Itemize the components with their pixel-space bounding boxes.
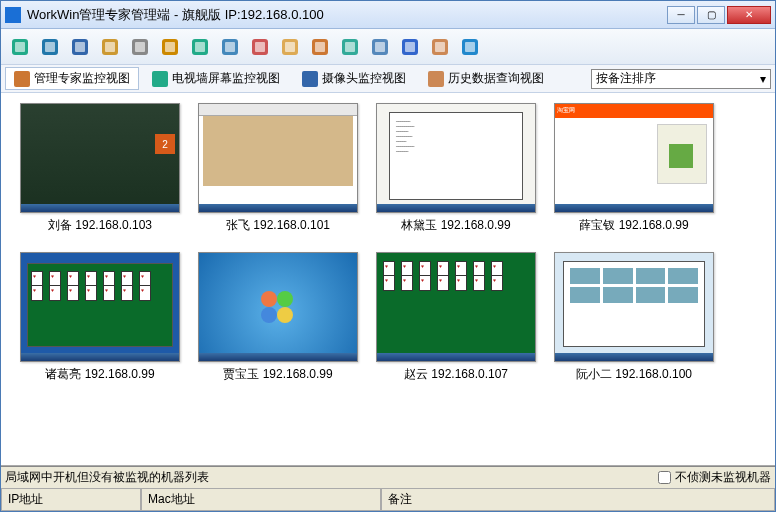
lock-button[interactable] [157,34,183,60]
thumbnail-label: 诸葛亮 192.168.0.99 [45,366,154,383]
thumbnail-screen: ♥♥♥♥♥♥♥♥♥♥♥♥♥♥ [376,252,536,362]
thumbnail-0[interactable]: 2刘备 192.168.0.103 [15,103,185,234]
tab-icon-1 [152,71,168,87]
svg-rect-7 [105,42,115,52]
svg-point-37 [277,291,293,307]
svg-rect-34 [302,71,318,87]
svg-rect-33 [152,71,168,87]
users-button[interactable] [97,34,123,60]
book-button[interactable] [397,34,423,60]
svg-rect-5 [75,42,85,52]
web-button[interactable] [37,34,63,60]
svg-rect-32 [14,71,30,87]
maximize-button[interactable]: ▢ [697,6,725,24]
monitor-button[interactable] [7,34,33,60]
svg-rect-23 [345,42,355,52]
tab-icon-3 [428,71,444,87]
svg-point-38 [261,307,277,323]
thumbnail-label: 赵云 192.168.0.107 [404,366,508,383]
help-button[interactable] [457,34,483,60]
thumbnail-screen [554,252,714,362]
thumbnail-screen [198,252,358,362]
thumbnail-screen: 淘宝网 [554,103,714,213]
thumbnail-screen: ♥♥♥♥♥♥♥♥♥♥♥♥♥♥ [20,252,180,362]
thumbnail-3[interactable]: 淘宝网薛宝钗 192.168.0.99 [549,103,719,234]
svg-rect-31 [465,42,475,52]
svg-rect-1 [15,42,25,52]
svg-rect-21 [315,42,325,52]
svg-rect-13 [195,42,205,52]
thumbnail-1[interactable]: 张飞 192.168.0.101 [193,103,363,234]
tab-icon-0 [14,71,30,87]
detect-checkbox-input[interactable] [658,471,671,484]
thumbnail-screen [198,103,358,213]
minimize-button[interactable]: ─ [667,6,695,24]
view-tabs: 管理专家监控视图电视墙屏幕监控视图摄像头监控视图历史数据查询视图按备注排序▾ [1,65,775,93]
thumbnail-4[interactable]: ♥♥♥♥♥♥♥♥♥♥♥♥♥♥诸葛亮 192.168.0.99 [15,252,185,383]
thumbnail-label: 贾宝玉 192.168.0.99 [223,366,332,383]
thumbnail-5[interactable]: 贾宝玉 192.168.0.99 [193,252,363,383]
thumbnail-grid: 2刘备 192.168.0.103张飞 192.168.0.101━━━━━━━… [15,103,761,383]
svg-rect-19 [285,42,295,52]
content-area: 2刘备 192.168.0.103张飞 192.168.0.101━━━━━━━… [1,93,775,466]
camera-button[interactable] [247,34,273,60]
mail-button[interactable] [277,34,303,60]
tab-icon-2 [302,71,318,87]
bottom-table-header: IP地址Mac地址备注 [1,489,775,511]
desktop-button[interactable] [217,34,243,60]
tab-3[interactable]: 历史数据查询视图 [419,67,553,90]
svg-rect-17 [255,42,265,52]
thumbnail-label: 刘备 192.168.0.103 [48,217,152,234]
thumbnail-label: 阮小二 192.168.0.100 [576,366,692,383]
detect-checkbox[interactable]: 不侦测未监视机器 [658,469,771,486]
tab-1[interactable]: 电视墙屏幕监控视图 [143,67,289,90]
thumbnail-label: 林黛玉 192.168.0.99 [401,217,510,234]
svg-rect-3 [45,42,55,52]
bottom-title: 局域网中开机但没有被监视的机器列表 [5,469,658,486]
tab-0[interactable]: 管理专家监控视图 [5,67,139,90]
column-header-2[interactable]: 备注 [381,489,775,511]
thumbnail-label: 张飞 192.168.0.101 [226,217,330,234]
disk-button[interactable] [307,34,333,60]
contacts-button[interactable] [427,34,453,60]
svg-rect-35 [428,71,444,87]
window-title: WorkWin管理专家管理端 - 旗舰版 IP:192.168.0.100 [27,6,667,24]
network-button[interactable] [337,34,363,60]
thumbnail-screen: 2 [20,103,180,213]
gear-button[interactable] [127,34,153,60]
app-icon [5,7,21,23]
chevron-down-icon: ▾ [760,72,766,86]
toolbar [1,29,775,65]
svg-rect-15 [225,42,235,52]
thumbnail-label: 薛宝钗 192.168.0.99 [579,217,688,234]
svg-rect-11 [165,42,175,52]
svg-point-36 [261,291,277,307]
svg-point-39 [277,307,293,323]
thumbnail-screen: ━━━━━━━━━━━━━━━━━━━━━━━━━━━━━━━━━━━━━━━━… [376,103,536,213]
bottom-panel: 局域网中开机但没有被监视的机器列表 不侦测未监视机器 IP地址Mac地址备注 [1,466,775,511]
sort-select[interactable]: 按备注排序▾ [591,69,771,89]
column-header-1[interactable]: Mac地址 [141,489,381,511]
thumbnail-6[interactable]: ♥♥♥♥♥♥♥♥♥♥♥♥♥♥赵云 192.168.0.107 [371,252,541,383]
svg-rect-9 [135,42,145,52]
column-header-0[interactable]: IP地址 [1,489,141,511]
thumbnail-7[interactable]: 阮小二 192.168.0.100 [549,252,719,383]
close-button[interactable]: ✕ [727,6,771,24]
svg-rect-27 [405,42,415,52]
svg-rect-29 [435,42,445,52]
tab-2[interactable]: 摄像头监控视图 [293,67,415,90]
main-window: WorkWin管理专家管理端 - 旗舰版 IP:192.168.0.100 ─ … [0,0,776,512]
titlebar: WorkWin管理专家管理端 - 旗舰版 IP:192.168.0.100 ─ … [1,1,775,29]
svg-rect-25 [375,42,385,52]
refresh-button[interactable] [187,34,213,60]
screen-button[interactable] [67,34,93,60]
disc-button[interactable] [367,34,393,60]
thumbnail-2[interactable]: ━━━━━━━━━━━━━━━━━━━━━━━━━━━━━━━━━━━━━━━━… [371,103,541,234]
